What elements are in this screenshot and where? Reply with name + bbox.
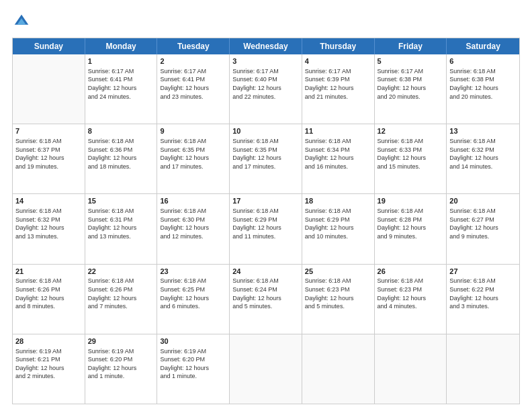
day-number: 30 bbox=[160, 336, 226, 347]
day-number: 20 bbox=[449, 196, 517, 206]
day-info: Sunrise: 6:19 AMSunset: 6:20 PMDaylight:… bbox=[88, 347, 154, 381]
day-number: 19 bbox=[378, 196, 444, 206]
calendar-cell: 18Sunrise: 6:18 AMSunset: 6:29 PMDayligh… bbox=[302, 194, 375, 263]
calendar-cell: 19Sunrise: 6:18 AMSunset: 6:28 PMDayligh… bbox=[375, 194, 447, 263]
day-number: 27 bbox=[449, 267, 517, 277]
calendar-cell: 27Sunrise: 6:18 AMSunset: 6:22 PMDayligh… bbox=[447, 265, 519, 334]
logo-icon bbox=[12, 12, 31, 31]
page: SundayMondayTuesdayWednesdayThursdayFrid… bbox=[0, 0, 532, 411]
day-number: 28 bbox=[15, 336, 82, 347]
calendar-cell: 16Sunrise: 6:18 AMSunset: 6:30 PMDayligh… bbox=[157, 194, 230, 263]
day-info: Sunrise: 6:18 AMSunset: 6:26 PMDaylight:… bbox=[15, 277, 82, 310]
calendar-header-cell: Saturday bbox=[447, 38, 519, 54]
calendar-cell bbox=[375, 334, 447, 404]
day-info: Sunrise: 6:18 AMSunset: 6:23 PMDaylight:… bbox=[378, 277, 444, 310]
day-info: Sunrise: 6:18 AMSunset: 6:34 PMDaylight:… bbox=[305, 137, 371, 171]
calendar-cell: 1Sunrise: 6:17 AMSunset: 6:41 PMDaylight… bbox=[85, 54, 158, 124]
day-info: Sunrise: 6:18 AMSunset: 6:37 PMDaylight:… bbox=[15, 137, 82, 171]
day-info: Sunrise: 6:18 AMSunset: 6:26 PMDaylight:… bbox=[88, 277, 154, 310]
calendar-header-cell: Thursday bbox=[302, 38, 375, 54]
day-info: Sunrise: 6:18 AMSunset: 6:29 PMDaylight:… bbox=[232, 207, 299, 240]
calendar-cell: 20Sunrise: 6:18 AMSunset: 6:27 PMDayligh… bbox=[447, 194, 519, 263]
calendar-cell: 5Sunrise: 6:17 AMSunset: 6:38 PMDaylight… bbox=[375, 54, 447, 124]
day-number: 14 bbox=[15, 196, 82, 206]
header bbox=[12, 12, 520, 31]
calendar-header-cell: Tuesday bbox=[157, 38, 230, 54]
calendar-cell: 25Sunrise: 6:18 AMSunset: 6:23 PMDayligh… bbox=[302, 265, 375, 334]
day-info: Sunrise: 6:18 AMSunset: 6:32 PMDaylight:… bbox=[449, 137, 517, 171]
day-number: 26 bbox=[378, 267, 444, 277]
calendar-header-cell: Friday bbox=[375, 38, 447, 54]
calendar-cell: 9Sunrise: 6:18 AMSunset: 6:35 PMDaylight… bbox=[157, 124, 230, 193]
calendar-cell: 13Sunrise: 6:18 AMSunset: 6:32 PMDayligh… bbox=[447, 124, 519, 193]
logo bbox=[12, 12, 34, 31]
calendar-cell bbox=[13, 54, 85, 124]
day-info: Sunrise: 6:18 AMSunset: 6:36 PMDaylight:… bbox=[88, 137, 154, 171]
calendar-cell: 28Sunrise: 6:19 AMSunset: 6:21 PMDayligh… bbox=[13, 334, 85, 404]
day-number: 16 bbox=[160, 196, 226, 206]
calendar-header-cell: Sunday bbox=[13, 38, 85, 54]
day-number: 24 bbox=[232, 267, 299, 277]
calendar-cell: 7Sunrise: 6:18 AMSunset: 6:37 PMDaylight… bbox=[13, 124, 85, 193]
calendar-cell: 6Sunrise: 6:18 AMSunset: 6:38 PMDaylight… bbox=[447, 54, 519, 124]
calendar-header: SundayMondayTuesdayWednesdayThursdayFrid… bbox=[13, 38, 519, 54]
day-info: Sunrise: 6:18 AMSunset: 6:30 PMDaylight:… bbox=[160, 207, 226, 240]
calendar-cell: 10Sunrise: 6:18 AMSunset: 6:35 PMDayligh… bbox=[230, 124, 302, 193]
calendar-row: 21Sunrise: 6:18 AMSunset: 6:26 PMDayligh… bbox=[13, 265, 519, 334]
day-info: Sunrise: 6:18 AMSunset: 6:29 PMDaylight:… bbox=[305, 207, 371, 240]
day-info: Sunrise: 6:18 AMSunset: 6:27 PMDaylight:… bbox=[449, 207, 517, 240]
day-info: Sunrise: 6:18 AMSunset: 6:23 PMDaylight:… bbox=[305, 277, 371, 310]
day-info: Sunrise: 6:18 AMSunset: 6:28 PMDaylight:… bbox=[378, 207, 444, 240]
day-number: 17 bbox=[232, 196, 299, 206]
day-info: Sunrise: 6:18 AMSunset: 6:38 PMDaylight:… bbox=[449, 67, 517, 101]
calendar-cell bbox=[447, 334, 519, 404]
calendar-cell: 29Sunrise: 6:19 AMSunset: 6:20 PMDayligh… bbox=[85, 334, 158, 404]
day-number: 10 bbox=[232, 126, 299, 136]
day-number: 6 bbox=[449, 56, 517, 66]
calendar-cell: 30Sunrise: 6:19 AMSunset: 6:20 PMDayligh… bbox=[157, 334, 230, 404]
day-number: 23 bbox=[160, 267, 226, 277]
calendar-cell: 8Sunrise: 6:18 AMSunset: 6:36 PMDaylight… bbox=[85, 124, 158, 193]
calendar-cell: 3Sunrise: 6:17 AMSunset: 6:40 PMDaylight… bbox=[230, 54, 302, 124]
calendar-cell: 14Sunrise: 6:18 AMSunset: 6:32 PMDayligh… bbox=[13, 194, 85, 263]
day-info: Sunrise: 6:17 AMSunset: 6:41 PMDaylight:… bbox=[160, 67, 226, 101]
day-info: Sunrise: 6:17 AMSunset: 6:38 PMDaylight:… bbox=[378, 67, 444, 101]
calendar-row: 1Sunrise: 6:17 AMSunset: 6:41 PMDaylight… bbox=[13, 54, 519, 124]
day-number: 15 bbox=[88, 196, 154, 206]
day-number: 2 bbox=[160, 56, 226, 66]
day-info: Sunrise: 6:18 AMSunset: 6:24 PMDaylight:… bbox=[232, 277, 299, 310]
day-info: Sunrise: 6:17 AMSunset: 6:41 PMDaylight:… bbox=[88, 67, 154, 101]
day-number: 21 bbox=[15, 267, 82, 277]
calendar-cell bbox=[302, 334, 375, 404]
day-number: 4 bbox=[305, 56, 371, 66]
day-info: Sunrise: 6:18 AMSunset: 6:35 PMDaylight:… bbox=[160, 137, 226, 171]
day-info: Sunrise: 6:19 AMSunset: 6:21 PMDaylight:… bbox=[15, 347, 82, 381]
day-info: Sunrise: 6:17 AMSunset: 6:40 PMDaylight:… bbox=[232, 67, 299, 101]
calendar-cell: 12Sunrise: 6:18 AMSunset: 6:33 PMDayligh… bbox=[375, 124, 447, 193]
calendar-cell: 23Sunrise: 6:18 AMSunset: 6:25 PMDayligh… bbox=[157, 265, 230, 334]
calendar-row: 14Sunrise: 6:18 AMSunset: 6:32 PMDayligh… bbox=[13, 194, 519, 264]
day-number: 29 bbox=[88, 336, 154, 347]
calendar-body: 1Sunrise: 6:17 AMSunset: 6:41 PMDaylight… bbox=[13, 54, 519, 404]
calendar-cell: 11Sunrise: 6:18 AMSunset: 6:34 PMDayligh… bbox=[302, 124, 375, 193]
calendar: SundayMondayTuesdayWednesdayThursdayFrid… bbox=[12, 38, 520, 404]
calendar-cell: 24Sunrise: 6:18 AMSunset: 6:24 PMDayligh… bbox=[230, 265, 302, 334]
day-info: Sunrise: 6:18 AMSunset: 6:31 PMDaylight:… bbox=[88, 207, 154, 240]
day-number: 22 bbox=[88, 267, 154, 277]
day-number: 1 bbox=[88, 56, 154, 66]
calendar-header-cell: Wednesday bbox=[230, 38, 302, 54]
day-info: Sunrise: 6:19 AMSunset: 6:20 PMDaylight:… bbox=[160, 347, 226, 381]
day-info: Sunrise: 6:18 AMSunset: 6:22 PMDaylight:… bbox=[449, 277, 517, 310]
calendar-cell: 4Sunrise: 6:17 AMSunset: 6:39 PMDaylight… bbox=[302, 54, 375, 124]
day-number: 12 bbox=[378, 126, 444, 136]
day-number: 5 bbox=[378, 56, 444, 66]
day-number: 8 bbox=[88, 126, 154, 136]
calendar-cell: 17Sunrise: 6:18 AMSunset: 6:29 PMDayligh… bbox=[230, 194, 302, 263]
day-info: Sunrise: 6:18 AMSunset: 6:25 PMDaylight:… bbox=[160, 277, 226, 310]
calendar-cell: 15Sunrise: 6:18 AMSunset: 6:31 PMDayligh… bbox=[85, 194, 158, 263]
day-number: 25 bbox=[305, 267, 371, 277]
day-number: 7 bbox=[15, 126, 82, 136]
calendar-row: 28Sunrise: 6:19 AMSunset: 6:21 PMDayligh… bbox=[13, 334, 519, 404]
day-number: 9 bbox=[160, 126, 226, 136]
day-number: 13 bbox=[449, 126, 517, 136]
